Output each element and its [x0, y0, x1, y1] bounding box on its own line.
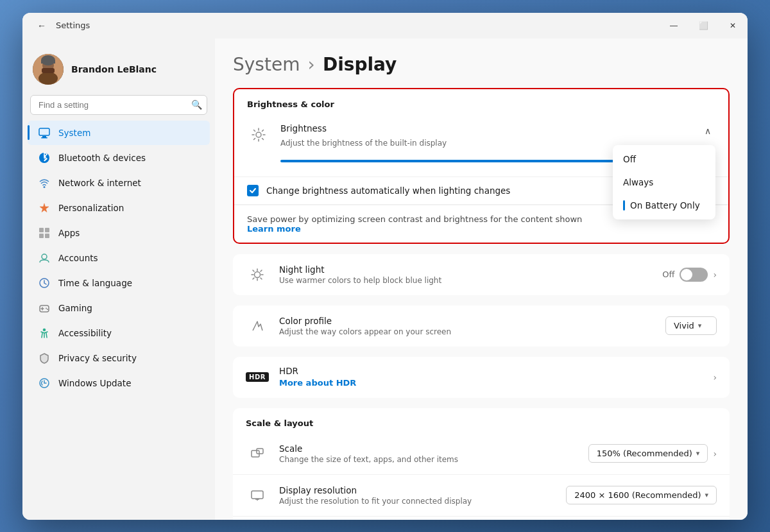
hdr-row: HDR HDR More about HDR ›: [233, 357, 730, 398]
brightness-expand-icon[interactable]: ∧: [700, 123, 715, 139]
dropdown-item-off[interactable]: Off: [613, 148, 715, 171]
resolution-label: Display resolution: [279, 485, 556, 495]
auto-brightness-checkbox[interactable]: [247, 185, 259, 196]
night-light-label: Night light: [279, 264, 652, 275]
night-light-desc: Use warmer colors to help block blue lig…: [279, 276, 652, 285]
sidebar-item-accounts[interactable]: Accounts: [28, 246, 210, 270]
scale-control: 150% (Recommended) ▾ ›: [588, 444, 717, 463]
breadcrumb-separator: ›: [308, 54, 315, 75]
page-header: System › Display: [233, 54, 730, 75]
orientation-row: Display orientation Landscape ▾: [233, 517, 730, 520]
sidebar-item-system[interactable]: System: [28, 121, 210, 145]
svg-line-37: [261, 278, 262, 279]
sidebar-item-accessibility[interactable]: Accessibility: [28, 321, 210, 345]
hdr-chevron[interactable]: ›: [713, 372, 717, 382]
titlebar-title: Settings: [56, 21, 90, 30]
svg-line-29: [262, 130, 264, 131]
system-icon: [38, 126, 51, 139]
dropdown-item-always[interactable]: Always: [613, 171, 715, 194]
svg-rect-12: [45, 228, 49, 232]
hdr-icon: HDR: [246, 366, 269, 389]
sidebar-item-update[interactable]: Windows Update: [28, 371, 210, 395]
privacy-icon: [38, 352, 51, 365]
color-profile-desc: Adjust the way colors appear on your scr…: [279, 327, 655, 336]
svg-line-36: [253, 270, 254, 271]
resolution-select[interactable]: 2400 × 1600 (Recommended) ▾: [566, 486, 717, 504]
toggle-thumb: [681, 269, 692, 280]
night-light-control: Off ›: [662, 268, 717, 282]
sidebar-item-personalization[interactable]: Personalization: [28, 196, 210, 220]
svg-point-22: [256, 132, 261, 137]
sidebar-item-apps[interactable]: Apps: [28, 221, 210, 245]
chevron-down-icon: ▾: [698, 322, 702, 330]
search-input[interactable]: [30, 95, 207, 115]
sidebar-item-label-network: Network & internet: [58, 178, 141, 188]
search-icon[interactable]: 🔍: [191, 99, 202, 110]
scale-value: 150% (Recommended): [597, 449, 692, 458]
svg-rect-5: [41, 60, 55, 64]
content-area: Brandon LeBlanc 🔍 System: [22, 39, 748, 520]
scale-row: Scale Change the size of text, apps, and…: [233, 433, 730, 475]
sidebar-item-label-accessibility: Accessibility: [58, 328, 112, 338]
svg-rect-7: [42, 136, 46, 137]
resolution-row: Display resolution Adjust the resolution…: [233, 475, 730, 517]
scale-chevron-right[interactable]: ›: [713, 449, 717, 459]
learn-more-link[interactable]: Learn more: [247, 224, 301, 234]
svg-rect-6: [39, 128, 49, 135]
sidebar-item-time[interactable]: Time & language: [28, 271, 210, 295]
sidebar-item-bluetooth[interactable]: Bluetooth & devices: [28, 146, 210, 170]
night-light-icon: [246, 263, 269, 286]
color-profile-row: Color profile Adjust the way colors appe…: [233, 305, 730, 347]
color-profile-section: Color profile Adjust the way colors appe…: [233, 305, 730, 347]
close-button[interactable]: ✕: [718, 13, 748, 39]
night-light-toggle[interactable]: [680, 268, 708, 282]
resolution-icon: [246, 484, 269, 507]
brightness-row: Brightness Adjust the brightness of the …: [234, 114, 728, 177]
sidebar-item-network[interactable]: Network & internet: [28, 171, 210, 195]
sidebar-item-label-update: Windows Update: [58, 378, 131, 388]
scale-icon: [246, 442, 269, 465]
time-icon: [38, 277, 51, 289]
svg-point-10: [44, 186, 46, 188]
sidebar-item-label-bluetooth: Bluetooth & devices: [58, 153, 146, 163]
svg-rect-13: [39, 234, 44, 238]
hdr-section: HDR HDR More about HDR ›: [233, 357, 730, 398]
search-box: 🔍: [30, 95, 207, 115]
svg-rect-11: [39, 228, 44, 232]
brightness-icon: [247, 123, 270, 146]
window-controls: — ⬜ ✕: [659, 13, 748, 39]
sidebar-item-privacy[interactable]: Privacy & security: [28, 346, 210, 370]
main-content: System › Display Brightness & color: [215, 39, 748, 520]
svg-point-18: [46, 307, 47, 309]
resolution-desc: Adjust the resolution to fit your connec…: [279, 497, 556, 506]
sidebar-item-label-apps: Apps: [58, 228, 80, 238]
svg-line-38: [261, 270, 262, 271]
brightness-color-section: Brightness & color: [233, 88, 730, 244]
minimize-button[interactable]: —: [659, 13, 689, 39]
hdr-label: HDR: [279, 366, 703, 376]
svg-line-30: [254, 138, 255, 139]
color-profile-select[interactable]: Vivid ▾: [665, 316, 717, 335]
sidebar-item-label-accounts: Accounts: [58, 253, 98, 263]
hdr-more-link[interactable]: More about HDR: [279, 378, 356, 388]
maximize-button[interactable]: ⬜: [689, 13, 718, 39]
brightness-slider[interactable]: [280, 160, 669, 162]
svg-point-20: [43, 329, 46, 331]
color-profile-label: Color profile: [279, 316, 655, 326]
apps-icon: [38, 227, 51, 239]
dropdown-item-battery[interactable]: On Battery Only: [613, 194, 715, 217]
back-button[interactable]: ←: [33, 17, 51, 35]
svg-point-2: [38, 72, 58, 85]
update-icon: [38, 377, 51, 390]
breadcrumb-parent: System: [233, 54, 300, 75]
scale-info: Scale Change the size of text, apps, and…: [279, 443, 578, 464]
night-light-chevron[interactable]: ›: [713, 270, 717, 280]
scale-chevron-down: ▾: [696, 449, 700, 458]
color-profile-icon: [246, 314, 269, 338]
scale-layout-section: Scale & layout Scale Change the size of …: [233, 408, 730, 520]
sidebar-item-label-time: Time & language: [58, 278, 132, 288]
sidebar-item-gaming[interactable]: Gaming: [28, 296, 210, 320]
scale-label: Scale: [279, 443, 578, 454]
scale-select[interactable]: 150% (Recommended) ▾: [588, 444, 708, 463]
resolution-control: 2400 × 1600 (Recommended) ▾: [566, 486, 717, 504]
